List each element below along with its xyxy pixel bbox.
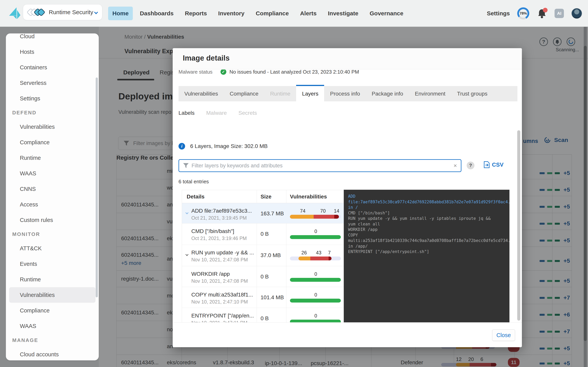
sidebar-scrollbar-thumb[interactable]	[96, 77, 98, 297]
layers-table-header: Details Size Vulnerabilities	[182, 190, 344, 203]
sidebar-section-manage: MANAGE	[6, 334, 99, 347]
code-line: ENTRYPOINT ["/app/entrypoint.sh"]	[348, 249, 429, 254]
layer-date: Oct 21, 2021, 3:19:46 PM	[191, 235, 247, 241]
sidebar-item-access[interactable]: Access	[9, 197, 95, 212]
layer-command: CMD ["/bin/bash"]	[191, 228, 234, 234]
layer-command: COPY multi:a253af18f1...	[191, 292, 253, 298]
usage-progress-ring[interactable]: 78%	[517, 7, 529, 19]
modal-header: Image details	[173, 48, 522, 69]
layers-filter-field[interactable]: ×	[179, 159, 461, 172]
filter-clear-icon[interactable]: ×	[453, 162, 457, 169]
tab-environment[interactable]: Environment	[409, 86, 451, 101]
code-line: RUN yum update -y && yum install -y ipta…	[348, 216, 491, 221]
settings-link[interactable]: Settings	[487, 10, 510, 17]
sidebar-item-monitor-waas[interactable]: WAAS	[9, 318, 95, 334]
sidebar-item-hosts[interactable]: Hosts	[9, 44, 95, 60]
sidebar-item-attack[interactable]: ATT&CK	[9, 241, 95, 256]
sidebar-item-serverless[interactable]: Serverless	[9, 75, 95, 91]
layers-filter-input[interactable]	[191, 163, 451, 169]
close-button[interactable]: Close	[492, 329, 515, 341]
modal-subtab-bar: Labels Malware Secrets	[179, 110, 257, 116]
sidebar-item-defend-runtime[interactable]: Runtime	[9, 150, 95, 166]
sidebar-item-containers[interactable]: Containers	[9, 60, 95, 75]
sidebar-item-monitor-compliance[interactable]: Compliance	[9, 303, 95, 318]
layer-size: 163.7 MB	[260, 210, 284, 217]
sidebar-item-settings[interactable]: Settings	[9, 91, 95, 106]
sidebar-section-monitor: MONITOR	[6, 228, 99, 241]
nav-item-compliance[interactable]: Compliance	[251, 7, 293, 20]
user-avatar[interactable]	[571, 8, 582, 19]
product-selector-label: Runtime Security	[49, 9, 93, 16]
layer-command: WORKDIR /app	[191, 271, 230, 277]
code-line: COPY	[348, 233, 358, 237]
nav-item-governance[interactable]: Governance	[365, 7, 407, 20]
sidebar-item-defend-vulnerabilities[interactable]: Vulnerabilities	[9, 119, 95, 134]
chevron-down-icon[interactable]	[185, 211, 189, 214]
subtab-secrets: Secrets	[238, 110, 257, 116]
main-nav: Home Dashboards Reports Inventory Compli…	[108, 0, 407, 27]
csv-export-button[interactable]: CSV	[484, 161, 504, 168]
layer-date: Nov 10, 2021, 2:47:08 PM	[191, 278, 248, 284]
subtab-labels[interactable]: Labels	[179, 110, 195, 116]
sidebar-item-defend-compliance[interactable]: Compliance	[9, 134, 95, 150]
nav-item-reports[interactable]: Reports	[181, 7, 211, 20]
code-line: in /	[348, 205, 358, 210]
modal-tab-bar: Vulnerabilities Compliance Runtime Layer…	[179, 86, 518, 101]
tab-compliance[interactable]: Compliance	[224, 86, 264, 101]
code-line: CMD ["/bin/bash"]	[348, 211, 390, 215]
layer-row-run-yum[interactable]: RUN yum update -y && ... Nov 10, 2021, 2…	[182, 245, 344, 266]
layer-row-add-file[interactable]: ADD file:7aef897e53c3... Oct 21, 2021, 3…	[182, 203, 344, 224]
dockerfile-code-panel[interactable]: ADD file:7aef897e53c30ca977c42dd7692208a…	[344, 190, 510, 322]
nav-item-alerts[interactable]: Alerts	[296, 7, 321, 20]
col-header-vulnerabilities[interactable]: Vulnerabilities	[290, 194, 327, 200]
layer-size: 101.4 MB	[260, 294, 284, 300]
sidebar-item-cloud[interactable]: Cloud	[9, 33, 95, 44]
malware-status-label: Malware status	[179, 69, 217, 75]
ai-assistant-icon[interactable]: AI	[554, 9, 564, 18]
sidebar-item-monitor-runtime[interactable]: Runtime	[9, 272, 95, 287]
top-navigation-bar: Runtime Security Home Dashboards Reports…	[0, 0, 588, 27]
tab-package-info[interactable]: Package info	[366, 86, 409, 101]
vulnerability-bar: 74 70 14	[290, 203, 341, 223]
sidebar-item-custom-rules[interactable]: Custom rules	[9, 212, 95, 228]
sidebar-item-cloud-accounts[interactable]: Cloud accounts	[9, 347, 95, 360]
modal-body: Malware status ✓ No issues found - Last …	[173, 69, 522, 322]
csv-label: CSV	[492, 162, 504, 168]
modal-body-scrollbar[interactable]	[517, 130, 520, 321]
nav-item-inventory[interactable]: Inventory	[214, 7, 249, 20]
col-header-details[interactable]: Details	[187, 194, 205, 200]
sidebar-item-events[interactable]: Events	[9, 256, 95, 272]
nav-item-home[interactable]: Home	[108, 7, 133, 20]
layer-row-copy[interactable]: COPY multi:a253af18f1... Nov 10, 2021, 2…	[182, 287, 344, 308]
notifications-bell-icon[interactable]	[537, 8, 547, 19]
tab-process-info[interactable]: Process info	[324, 86, 366, 101]
layer-row-entrypoint[interactable]: ENTRYPOINT ["/app/en... Nov 10, 2021, 2:…	[182, 308, 344, 322]
nav-item-investigate[interactable]: Investigate	[324, 7, 363, 20]
chevron-down-icon	[94, 10, 98, 14]
sidebar-item-monitor-vulnerabilities[interactable]: Vulnerabilities	[9, 287, 95, 303]
sidebar: Cloud Hosts Containers Serverless Settin…	[6, 33, 99, 360]
layers-info-text: 6 Layers, Image Size: 302.0 MB	[190, 143, 268, 149]
tab-layers[interactable]: Layers	[296, 86, 324, 101]
sidebar-section-defend: DEFEND	[6, 106, 99, 119]
col-header-size[interactable]: Size	[260, 194, 271, 200]
layer-size: 37.0 MB	[260, 252, 281, 259]
layer-date: Nov 10, 2021, 2:47:08 PM	[191, 257, 248, 263]
tab-vulnerabilities[interactable]: Vulnerabilities	[179, 86, 224, 101]
code-line: multi:a253af18f1b4210339c744c9aa7a0d0708…	[348, 238, 510, 243]
tab-trust-groups[interactable]: Trust groups	[451, 86, 493, 101]
sidebar-item-defend-waas[interactable]: WAAS	[9, 166, 95, 181]
filter-help-button[interactable]: ?	[467, 162, 475, 169]
layer-size: 0 B	[260, 231, 269, 237]
layer-row-workdir[interactable]: WORKDIR /app Nov 10, 2021, 2:47:08 PM 0 …	[182, 266, 344, 287]
layer-row-cmd[interactable]: CMD ["/bin/bash"] Oct 21, 2021, 3:19:46 …	[182, 224, 344, 245]
product-selector-dropdown[interactable]: Runtime Security	[23, 4, 102, 20]
filter-funnel-icon	[183, 163, 189, 168]
tab-runtime: Runtime	[264, 86, 296, 101]
chevron-down-icon[interactable]	[185, 253, 189, 256]
nav-item-dashboards[interactable]: Dashboards	[136, 7, 178, 20]
csv-file-icon	[484, 161, 490, 168]
code-line: ADD	[348, 194, 355, 199]
prisma-cloud-logo-icon	[9, 7, 21, 19]
sidebar-item-cnns[interactable]: CNNS	[9, 181, 95, 197]
